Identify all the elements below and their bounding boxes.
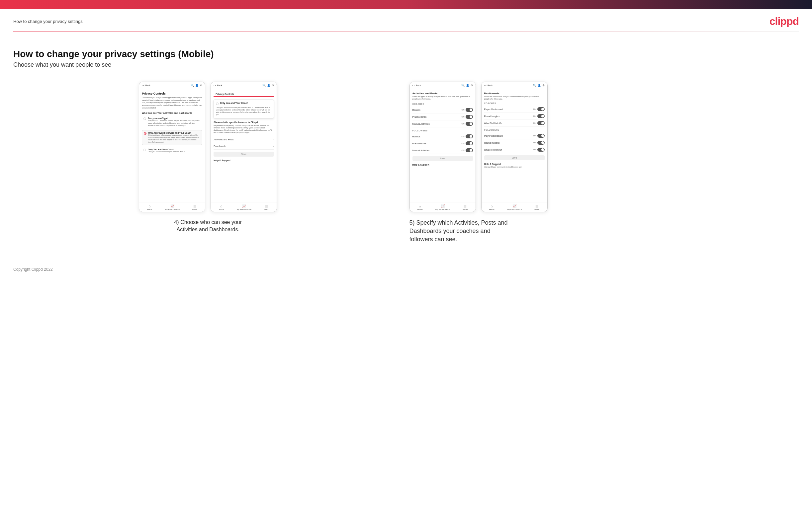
chart-icon-4: 📈	[512, 205, 516, 208]
toggle-switch-followers-player-dash[interactable]	[537, 134, 545, 138]
menu-icon-4: ☰	[536, 205, 538, 208]
toggle-switch-followers-manual[interactable]	[466, 148, 473, 152]
save-button-3[interactable]: Save	[412, 156, 473, 161]
toggle-coaches-player-dash-switch: ON	[534, 107, 545, 111]
settings-icon-2: ⚙	[272, 84, 274, 87]
dropdown-radio-empty	[216, 103, 218, 105]
search-icon-4: 🔍	[533, 84, 536, 87]
phones-pair-right: ‹ < Back 🔍 👤 ⚙ Activities and Posts Sele…	[409, 81, 548, 212]
privacy-controls-desc: Control how you and your data appears to…	[142, 97, 202, 109]
phone1-content: Privacy Controls Control how you and you…	[139, 89, 205, 202]
phone2-back: ‹ < Back	[213, 84, 222, 87]
toggle-coaches-player-dash[interactable]: Player Dashboard ON	[484, 106, 545, 113]
toggle-coaches-what-work[interactable]: What To Work On ON	[484, 120, 545, 127]
activities-posts-link[interactable]: Activities and Posts ›	[213, 136, 274, 143]
toggle-coaches-drills[interactable]: Practice Drills ON	[412, 113, 473, 120]
phone-1: ‹ < Back 🔍 👤 ⚙ Privacy Controls Control …	[139, 81, 205, 212]
header-divider	[13, 32, 799, 32]
settings-icon: ⚙	[200, 84, 202, 87]
page-title: How to change your privacy settings (Mob…	[13, 49, 799, 59]
footer-menu-2[interactable]: ☰ Menu	[264, 205, 269, 210]
toggle-coaches-manual[interactable]: Manual Activities ON	[412, 120, 473, 127]
toggle-followers-drills-switch: ON	[462, 142, 473, 145]
toggle-switch-coaches-what-work[interactable]	[537, 121, 545, 125]
phone3-icons: 🔍 👤 ⚙	[461, 84, 473, 87]
toggle-switch-followers-what-work[interactable]	[537, 148, 545, 152]
toggle-switch-coaches-rounds[interactable]	[466, 108, 473, 112]
person-icon-3: 👤	[466, 84, 469, 87]
phone3-back: ‹ < Back	[412, 84, 421, 87]
footer-menu-1[interactable]: ☰ Menu	[192, 205, 197, 210]
phone1-header: ‹ < Back 🔍 👤 ⚙	[139, 82, 205, 89]
header: How to change your privacy settings clip…	[0, 9, 812, 32]
phone4-content: Dashboards Select the dashboards that yo…	[481, 89, 547, 202]
dropdown-option-selected: Only You and Your Coach	[216, 102, 272, 105]
settings-icon-4: ⚙	[542, 84, 545, 87]
home-icon-2: ⌂	[220, 205, 222, 208]
phone4-header: ‹ < Back 🔍 👤 ⚙	[481, 82, 547, 89]
radio-option-everyone[interactable]: Everyone on Clippd Everyone on Clippd ca…	[142, 116, 202, 128]
toggle-followers-what-work-switch: ON	[534, 148, 545, 152]
followers-label-4: FOLLOWERS	[484, 129, 545, 131]
toggle-followers-manual[interactable]: Manual Activities ON	[412, 147, 473, 154]
toggle-followers-manual-switch: ON	[462, 148, 473, 152]
toggle-switch-coaches-player-dash[interactable]	[537, 107, 545, 111]
footer-menu-3[interactable]: ☰ Menu	[463, 205, 468, 210]
chevron-left-icon-3: ‹	[412, 84, 413, 87]
toggle-switch-followers-drills[interactable]	[466, 142, 473, 145]
toggle-coaches-manual-switch: ON	[462, 122, 473, 126]
screenshots-area: ‹ < Back 🔍 👤 ⚙ Privacy Controls Control …	[13, 81, 799, 244]
phone2-icons: 🔍 👤 ⚙	[262, 84, 274, 87]
save-button-4[interactable]: Save	[484, 155, 545, 160]
radio-option-you-coach[interactable]: Only You and Your Coach Only you and the…	[142, 147, 202, 154]
toggle-switch-followers-round-insights[interactable]	[537, 141, 545, 145]
footer-home-3[interactable]: ⌂ Home	[417, 205, 423, 210]
dashboards-desc: Select the dashboards that you'd like to…	[484, 96, 545, 100]
settings-icon-3: ⚙	[471, 84, 473, 87]
left-section: ‹ < Back 🔍 👤 ⚙ Privacy Controls Control …	[13, 81, 403, 244]
footer-performance-4[interactable]: 📈 My Performance	[507, 205, 522, 210]
toggle-coaches-rounds[interactable]: Rounds ON	[412, 107, 473, 113]
footer-home-1[interactable]: ⌂ Home	[147, 205, 152, 210]
help-title-2: Help & Support	[213, 159, 274, 162]
toggle-followers-what-work[interactable]: What To Work On ON	[484, 146, 545, 153]
home-icon-4: ⌂	[491, 205, 493, 208]
footer-menu-4[interactable]: ☰ Menu	[535, 205, 539, 210]
phone1-icons: 🔍 👤 ⚙	[191, 84, 202, 87]
toggle-followers-drills[interactable]: Practice Drills ON	[412, 140, 473, 147]
footer-performance-2[interactable]: 📈 My Performance	[237, 205, 251, 210]
help-desc-4: Visit our Clippd community to troublesho…	[484, 166, 545, 168]
toggle-switch-coaches-drills[interactable]	[466, 115, 473, 119]
toggle-switch-followers-rounds[interactable]	[466, 134, 473, 138]
radio-option-everyone-text: Everyone on Clippd Everyone on Clippd ca…	[148, 117, 201, 126]
phone2-content: Privacy Controls Only You and Your Coach…	[211, 89, 276, 202]
coaches-label-4: COACHES	[484, 102, 545, 105]
phone3-header: ‹ < Back 🔍 👤 ⚙	[410, 82, 475, 89]
toggle-followers-round-insights[interactable]: Round Insights ON	[484, 139, 545, 146]
chevron-left-icon: ‹	[142, 84, 143, 87]
search-icon-2: 🔍	[262, 84, 266, 87]
phone3-footer: ⌂ Home 📈 My Performance ☰ Menu	[410, 202, 475, 212]
followers-label-3: FOLLOWERS	[412, 129, 473, 132]
phone2-tab-bar: Privacy Controls	[213, 92, 274, 97]
toggle-coaches-what-work-switch: ON	[534, 121, 545, 125]
footer-performance-1[interactable]: 📈 My Performance	[165, 205, 180, 210]
radio-option-followers[interactable]: Only Approved Followers and Your Coach O…	[142, 130, 202, 145]
toggle-followers-player-dash[interactable]: Player Dashboard ON	[484, 132, 545, 139]
dashboards-link[interactable]: Dashboards ›	[213, 143, 274, 150]
phone2-footer: ⌂ Home 📈 My Performance ☰ Menu	[211, 202, 276, 212]
logo: clippd	[769, 15, 799, 27]
chevron-left-icon-2: ‹	[213, 84, 214, 87]
footer-performance-3[interactable]: 📈 My Performance	[436, 205, 450, 210]
activities-desc: Select the types of activity that you'd …	[412, 96, 473, 100]
toggle-switch-coaches-round-insights[interactable]	[537, 114, 545, 118]
footer-home-2[interactable]: ⌂ Home	[218, 205, 224, 210]
save-button-2[interactable]: Save	[213, 152, 274, 157]
copyright: Copyright Clippd 2022	[0, 257, 812, 278]
toggle-followers-rounds[interactable]: Rounds ON	[412, 133, 473, 140]
radio-option-followers-text: Only Approved Followers and Your Coach O…	[148, 132, 200, 144]
footer-home-4[interactable]: ⌂ Home	[489, 205, 495, 210]
privacy-controls-tab[interactable]: Privacy Controls	[213, 92, 236, 96]
toggle-coaches-round-insights[interactable]: Round Insights ON	[484, 113, 545, 120]
toggle-switch-coaches-manual[interactable]	[466, 122, 473, 126]
